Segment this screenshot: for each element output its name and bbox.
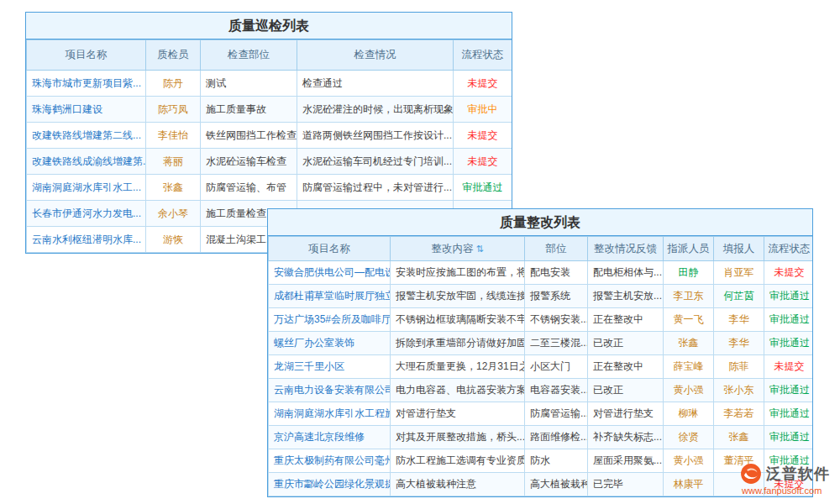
project-cell[interactable]: 湖南洞庭湖水库引水工程施工... bbox=[269, 402, 391, 426]
part-cell: 高大植被栽种 bbox=[525, 473, 588, 496]
header-row: 项目名称整改内容⇅部位整改情况反馈指派人员填报人流程状态 bbox=[269, 237, 814, 261]
status-cell: 未提交 bbox=[454, 149, 512, 175]
column-header-part[interactable]: 检查部位 bbox=[201, 40, 297, 71]
assignee-cell: 田静 bbox=[664, 261, 714, 285]
table-row: 珠海市城市更新项目紫...陈丹测试检查通过未提交 bbox=[27, 71, 512, 97]
logo-name: 泛普软件 bbox=[766, 464, 830, 484]
rectification-body: 安徽合肥供电公司—配电设备...安装时应按施工图的布置，将...配电安装配电柜相… bbox=[269, 261, 814, 496]
column-header-status[interactable]: 流程状态 bbox=[454, 40, 512, 71]
assignee-cell: 李卫东 bbox=[664, 285, 714, 308]
column-header-project[interactable]: 项目名称 bbox=[269, 237, 391, 261]
detail-cell: 检查通过 bbox=[297, 71, 454, 97]
column-header-content[interactable]: 整改内容⇅ bbox=[391, 237, 525, 261]
inspection-header: 项目名称质检员检查部位检查情况流程状态 bbox=[27, 40, 512, 71]
project-cell[interactable]: 京沪高速北京段维修 bbox=[269, 426, 391, 449]
reporter-cell: 张小东 bbox=[714, 379, 764, 402]
table-row: 云南电力设备安装有限公司20...电力电容器、电抗器安装方案...电容器安装..… bbox=[269, 379, 814, 402]
project-cell[interactable]: 重庆太极制药有限公司毫州中... bbox=[269, 449, 391, 473]
project-cell[interactable]: 湖南洞庭湖水库引水工... bbox=[27, 175, 146, 201]
detail-cell: 水泥砼灌注的时候，出现离析现象 bbox=[297, 97, 454, 123]
feedback-cell: 正在整改中 bbox=[588, 308, 664, 332]
assignee-cell: 黄小强 bbox=[664, 449, 714, 473]
inspector-cell: 李佳怡 bbox=[146, 123, 201, 149]
feedback-cell: 已改正 bbox=[588, 332, 664, 355]
rectification-header: 项目名称整改内容⇅部位整改情况反馈指派人员填报人流程状态 bbox=[269, 237, 814, 261]
content-cell: 对其及开展整改措施，桥头... bbox=[391, 426, 525, 449]
reporter-cell: 李华 bbox=[714, 308, 764, 332]
sort-icon[interactable]: ⇅ bbox=[475, 244, 483, 254]
content-cell: 电力电容器、电抗器安装方案... bbox=[391, 379, 525, 402]
detail-cell: 水泥砼运输车司机经过专门培训... bbox=[297, 149, 454, 175]
status-cell: 审批通过 bbox=[764, 402, 814, 426]
fanpu-logo-icon bbox=[740, 463, 762, 485]
rectification-table: 项目名称整改内容⇅部位整改情况反馈指派人员填报人流程状态 安徽合肥供电公司—配电… bbox=[268, 236, 813, 496]
reporter-cell: 何芷茵 bbox=[714, 285, 764, 308]
status-cell: 未提交 bbox=[764, 261, 814, 285]
project-cell[interactable]: 万达广场35#会所及咖啡厅空... bbox=[269, 308, 391, 332]
inspection-title: 质量巡检列表 bbox=[26, 13, 512, 39]
feedback-cell: 配电柜相体与... bbox=[588, 261, 664, 285]
content-cell: 不锈钢边框玻璃隔断安装不牢... bbox=[391, 308, 525, 332]
part-cell: 铁丝网围挡工作检查 bbox=[201, 123, 297, 149]
table-row: 京沪高速北京段维修对其及开展整改措施，桥头...路面维修检...补齐缺失标志..… bbox=[269, 426, 814, 449]
part-cell: 测试 bbox=[201, 71, 297, 97]
project-cell[interactable]: 螺丝厂办公室装饰 bbox=[269, 332, 391, 355]
content-cell: 防水工程施工选调有专业资质... bbox=[391, 449, 525, 473]
assignee-cell: 徐贤 bbox=[664, 426, 714, 449]
rectification-title: 质量整改列表 bbox=[268, 209, 812, 236]
feedback-cell: 报警主机安放... bbox=[588, 285, 664, 308]
column-header-reporter[interactable]: 填报人 bbox=[714, 237, 764, 261]
column-header-assignee[interactable]: 指派人员 bbox=[664, 237, 714, 261]
table-row: 螺丝厂办公室装饰拆除到承重墙部分请做好加固...二至三楼混...已改正张鑫李华审… bbox=[269, 332, 814, 355]
table-row: 安徽合肥供电公司—配电设备...安装时应按施工图的布置，将...配电安装配电柜相… bbox=[269, 261, 814, 285]
feedback-cell: 补齐缺失标志... bbox=[588, 426, 664, 449]
inspector-cell: 蒋丽 bbox=[146, 149, 201, 175]
project-cell[interactable]: 龙湖三千里小区 bbox=[269, 355, 391, 379]
table-row: 重庆太极制药有限公司毫州中...防水工程施工选调有专业资质...防水屋面采用聚氨… bbox=[269, 449, 814, 473]
part-cell: 配电安装 bbox=[525, 261, 588, 285]
status-cell: 未提交 bbox=[764, 355, 814, 379]
project-cell[interactable]: 重庆市酃岭公园绿化景观提升... bbox=[269, 473, 391, 496]
project-cell[interactable]: 成都杜甫草堂临时展厅独立展... bbox=[269, 285, 391, 308]
column-header-part[interactable]: 部位 bbox=[525, 237, 588, 261]
table-row: 珠海鹤洲口建设陈巧凤施工质量事故水泥砼灌注的时候，出现离析现象审批中 bbox=[27, 97, 512, 123]
header-row: 项目名称质检员检查部位检查情况流程状态 bbox=[27, 40, 512, 71]
inspector-cell: 游恢 bbox=[146, 227, 201, 253]
table-row: 湖南洞庭湖水库引水工程施工...对管进行垫支防腐管运输...对管进行垫支柳琳李若… bbox=[269, 402, 814, 426]
assignee-cell: 张鑫 bbox=[664, 332, 714, 355]
project-cell[interactable]: 长春市伊通河水力发电... bbox=[27, 201, 146, 227]
reporter-cell: 肖亚军 bbox=[714, 261, 764, 285]
table-row: 湖南洞庭湖水库引水工...张鑫防腐管运输、布管防腐管运输过程中，未对管进行...… bbox=[27, 175, 512, 201]
column-header-status[interactable]: 流程状态 bbox=[764, 237, 814, 261]
project-cell[interactable]: 安徽合肥供电公司—配电设备... bbox=[269, 261, 391, 285]
project-cell[interactable]: 改建铁路线成渝线增建第... bbox=[27, 149, 146, 175]
inspector-cell: 陈丹 bbox=[146, 71, 201, 97]
content-cell: 对管进行垫支 bbox=[391, 402, 525, 426]
rectification-panel: 质量整改列表 项目名称整改内容⇅部位整改情况反馈指派人员填报人流程状态 安徽合肥… bbox=[267, 208, 813, 497]
column-header-detail[interactable]: 检查情况 bbox=[297, 40, 454, 71]
project-cell[interactable]: 云南水利枢纽潜明水库... bbox=[27, 227, 146, 253]
status-cell: 审批中 bbox=[454, 97, 512, 123]
logo-row: 泛普软件 bbox=[740, 463, 830, 485]
project-cell[interactable]: 珠海鹤洲口建设 bbox=[27, 97, 146, 123]
project-cell[interactable]: 珠海市城市更新项目紫... bbox=[27, 71, 146, 97]
project-cell[interactable]: 改建铁路线增建第二线... bbox=[27, 123, 146, 149]
status-cell: 未提交 bbox=[454, 71, 512, 97]
part-cell: 报警系统 bbox=[525, 285, 588, 308]
logo-url[interactable]: www.fanpusoft.com bbox=[740, 486, 830, 496]
project-cell[interactable]: 云南电力设备安装有限公司20... bbox=[269, 379, 391, 402]
status-cell: 审批通过 bbox=[764, 332, 814, 355]
column-header-project[interactable]: 项目名称 bbox=[27, 40, 146, 71]
column-header-feedback[interactable]: 整改情况反馈 bbox=[588, 237, 664, 261]
table-row: 万达广场35#会所及咖啡厅空...不锈钢边框玻璃隔断安装不牢...不锈钢安装..… bbox=[269, 308, 814, 332]
column-header-inspector[interactable]: 质检员 bbox=[146, 40, 201, 71]
status-cell: 审批通过 bbox=[764, 379, 814, 402]
assignee-cell: 柳琳 bbox=[664, 402, 714, 426]
part-cell: 施工质量事故 bbox=[201, 97, 297, 123]
assignee-cell: 黄小强 bbox=[664, 379, 714, 402]
part-cell: 水泥砼运输车检查 bbox=[201, 149, 297, 175]
inspector-cell: 陈巧凤 bbox=[146, 97, 201, 123]
assignee-cell: 林康平 bbox=[664, 473, 714, 496]
reporter-cell: 李若若 bbox=[714, 402, 764, 426]
fanpu-logo[interactable]: 泛普软件 www.fanpusoft.com bbox=[740, 463, 830, 496]
